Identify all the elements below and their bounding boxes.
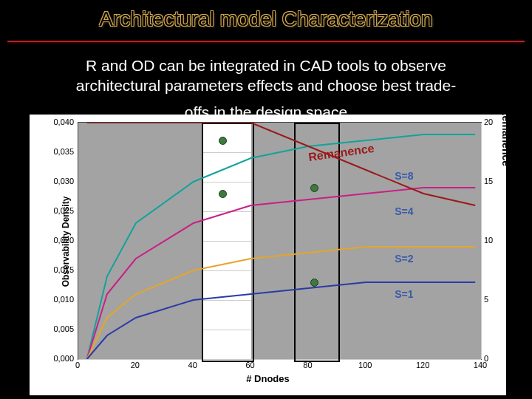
plot-area: S=8S=4S=2S=1Remanence [78, 122, 482, 360]
y-tick-label: 0,040 [33, 117, 74, 126]
series-label: S=1 [395, 288, 413, 300]
x-tick-label: 120 [412, 361, 434, 369]
slide-title: Architectural model Characterization [0, 7, 532, 31]
series-label: S=4 [395, 205, 413, 217]
y-tick-label: 0,005 [33, 324, 74, 333]
marker-dot [219, 190, 227, 198]
x-tick-label: 0 [66, 361, 89, 369]
curves-svg [78, 123, 481, 359]
subtitle-line-1: R and OD can be integrated in CAD tools … [86, 57, 446, 74]
series-label: S=8 [395, 170, 413, 182]
y-tick-label: 0,025 [33, 206, 74, 215]
x-tick-label: 60 [239, 361, 262, 369]
series-line [87, 188, 476, 359]
y2-tick-label: 15 [484, 177, 506, 185]
x-axis-label: # Dnodes [30, 373, 506, 384]
chart-container: S=8S=4S=2S=1Remanence Observability Dens… [30, 115, 506, 395]
marker-dot [219, 137, 227, 145]
x-tick-label: 80 [296, 361, 318, 369]
y-tick-label: 0,030 [33, 177, 74, 185]
x-tick-label: 20 [124, 361, 146, 369]
series-line [87, 282, 476, 359]
y-tick-label: 0,015 [33, 265, 74, 274]
title-divider [7, 41, 525, 42]
subtitle-line-2: architectural parameters effects and cho… [76, 77, 456, 94]
y-tick-label: 0,020 [33, 236, 74, 245]
series-label: S=2 [395, 253, 413, 265]
y-tick-label: 0,035 [33, 147, 74, 156]
y2-tick-label: 10 [484, 236, 506, 245]
y2-tick-label: 5 [484, 295, 506, 304]
y2-tick-label: 20 [484, 117, 506, 126]
y2-tick-label: 0 [484, 354, 506, 363]
x-tick-label: 40 [182, 361, 204, 369]
slide-subtitle: R and OD can be integrated in CAD tools … [22, 55, 510, 116]
y-tick-label: 0,010 [33, 295, 74, 304]
x-tick-label: 100 [354, 361, 376, 369]
series-line [87, 247, 476, 359]
grid-line-v [481, 123, 482, 359]
grid-line-h [78, 359, 481, 360]
